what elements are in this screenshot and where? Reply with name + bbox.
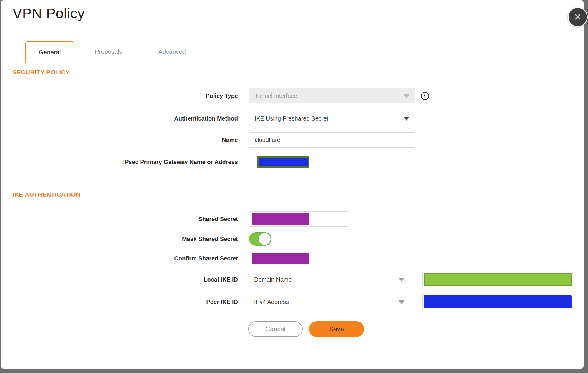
mask-shared-secret-label: Mask Shared Secret <box>1 232 238 246</box>
dialog-title: VPN Policy <box>13 5 85 21</box>
cancel-button[interactable]: Cancel <box>248 321 303 337</box>
peer-ike-id-label: Peer IKE ID <box>1 294 238 310</box>
shared-secret-label: Shared Secret <box>1 211 238 227</box>
confirm-shared-secret-input[interactable] <box>249 251 349 266</box>
confirm-shared-secret-label: Confirm Shared Secret <box>1 251 238 266</box>
toggle-knob <box>259 233 271 245</box>
peer-ike-id-redacted-value <box>424 295 572 308</box>
chevron-down-icon <box>398 300 405 304</box>
security-policy-heading: SECURITY POLICY <box>13 69 70 76</box>
info-icon[interactable]: i <box>421 92 429 100</box>
shared-secret-input[interactable] <box>249 211 349 227</box>
chevron-down-icon <box>403 94 410 98</box>
local-ike-id-type-value: Domain Name <box>254 276 292 283</box>
ipsec-gateway-label: IPsec Primary Gateway Name or Address <box>1 154 238 170</box>
ipsec-gateway-redacted-value <box>257 156 309 168</box>
tab-general-label: General <box>39 49 61 56</box>
local-ike-id-redacted-value <box>424 273 572 286</box>
save-button-label: Save <box>329 325 344 333</box>
authentication-method-select[interactable]: IKE Using Preshared Secret <box>249 111 415 126</box>
close-button[interactable]: ✕ <box>568 7 588 27</box>
vpn-policy-dialog: VPN Policy General Proposals Advanced SE… <box>1 0 584 369</box>
name-input[interactable] <box>249 132 415 148</box>
authentication-method-label: Authentication Method <box>1 111 238 126</box>
tab-general[interactable]: General <box>25 41 74 63</box>
policy-type-select: Tunnel Interface <box>249 88 415 103</box>
chevron-down-icon <box>403 117 410 121</box>
save-button[interactable]: Save <box>309 321 364 337</box>
local-ike-id-label: Local IKE ID <box>1 272 238 287</box>
tab-proposals[interactable]: Proposals <box>89 41 128 62</box>
peer-ike-id-type-value: IPv4 Address <box>254 299 289 305</box>
local-ike-id-value-input[interactable] <box>422 272 573 287</box>
authentication-method-value: IKE Using Preshared Secret <box>255 115 328 122</box>
tab-advanced[interactable]: Advanced <box>151 41 193 62</box>
policy-type-label: Policy Type <box>1 88 238 103</box>
tab-advanced-label: Advanced <box>158 48 186 55</box>
tab-proposals-label: Proposals <box>95 48 122 55</box>
peer-ike-id-select[interactable]: IPv4 Address <box>249 294 410 310</box>
cancel-button-label: Cancel <box>265 325 285 333</box>
ike-authentication-heading: IKE AUTHENTICATION <box>13 191 81 198</box>
policy-type-value: Tunnel Interface <box>255 93 297 99</box>
local-ike-id-select[interactable]: Domain Name <box>249 272 410 287</box>
close-icon: ✕ <box>574 12 582 22</box>
mask-shared-secret-toggle[interactable] <box>249 232 271 246</box>
chevron-down-icon <box>398 278 405 282</box>
shared-secret-redacted-value <box>252 213 309 225</box>
confirm-shared-secret-redacted-value <box>252 253 309 264</box>
name-label: Name <box>1 132 238 148</box>
ipsec-gateway-input[interactable] <box>249 154 415 170</box>
peer-ike-id-value-input[interactable] <box>422 294 573 310</box>
